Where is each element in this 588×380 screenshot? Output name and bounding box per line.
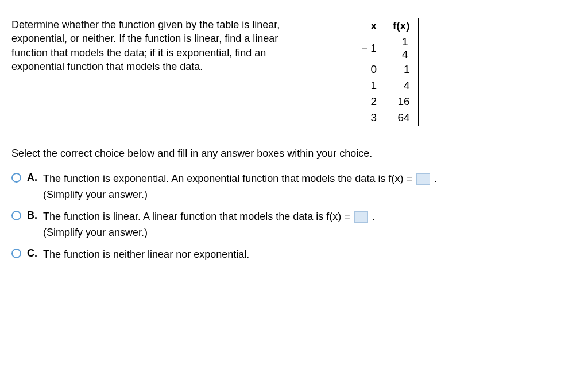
- table-row: − 1 1 4: [353, 34, 418, 62]
- page-container: Determine whether the function given by …: [0, 7, 588, 262]
- table-row: 0 1: [353, 61, 418, 77]
- question-text: Determine whether the function given by …: [11, 18, 324, 126]
- fraction-den: 4: [400, 48, 410, 60]
- choice-b: B. The function is linear. A linear func…: [11, 209, 577, 241]
- choice-b-hint: (Simplify your answer.): [43, 227, 148, 238]
- fraction-num: 1: [400, 36, 410, 48]
- radio-c[interactable]: [11, 249, 21, 258]
- cell-fx: 4: [385, 77, 418, 94]
- table-row: 3 64: [353, 110, 418, 126]
- top-section: Determine whether the function given by …: [0, 7, 588, 132]
- radio-b[interactable]: [11, 211, 21, 220]
- choice-b-text2: .: [369, 211, 375, 222]
- choice-c: C. The function is neither linear nor ex…: [11, 247, 577, 263]
- table-row: 1 4: [353, 77, 418, 94]
- choice-label-b: B.: [27, 209, 43, 222]
- table-row: 2 16: [353, 94, 418, 110]
- choice-text-a: The function is exponential. An exponent…: [43, 171, 577, 203]
- choices: A. The function is exponential. An expon…: [0, 163, 588, 262]
- fraction: 1 4: [400, 36, 410, 60]
- choice-text-c: The function is neither linear nor expon…: [43, 247, 577, 263]
- header-x: x: [353, 18, 385, 34]
- choice-c-text: The function is neither linear nor expon…: [43, 249, 249, 260]
- cell-x: 3: [353, 110, 385, 126]
- cell-x: 2: [353, 94, 385, 110]
- cell-x: − 1: [353, 34, 385, 62]
- cell-fx: 16: [385, 94, 418, 110]
- cell-x: 1: [353, 77, 385, 94]
- choice-text-b: The function is linear. A linear functio…: [43, 209, 577, 241]
- cell-fx: 64: [385, 110, 418, 126]
- cell-fx: 1: [385, 61, 418, 77]
- cell-fx: 1 4: [385, 34, 418, 62]
- choice-a-text1: The function is exponential. An exponent…: [43, 173, 415, 184]
- choice-label-a: A.: [27, 171, 43, 184]
- data-table-wrap: x f(x) − 1 1 4 0 1 1: [324, 18, 419, 126]
- choice-a-hint: (Simplify your answer.): [43, 189, 148, 200]
- table-header-row: x f(x): [353, 18, 418, 34]
- answer-box-b[interactable]: [354, 211, 368, 223]
- choice-a: A. The function is exponential. An expon…: [11, 171, 577, 203]
- radio-a[interactable]: [11, 173, 21, 183]
- data-table: x f(x) − 1 1 4 0 1 1: [353, 18, 419, 126]
- choice-a-text2: .: [431, 173, 437, 184]
- cell-x: 0: [353, 61, 385, 77]
- answer-box-a[interactable]: [416, 173, 430, 185]
- choice-label-c: C.: [27, 247, 43, 259]
- header-fx: f(x): [385, 18, 418, 34]
- instruction-text: Select the correct choice below and fill…: [0, 137, 588, 163]
- choice-b-text1: The function is linear. A linear functio…: [43, 211, 353, 222]
